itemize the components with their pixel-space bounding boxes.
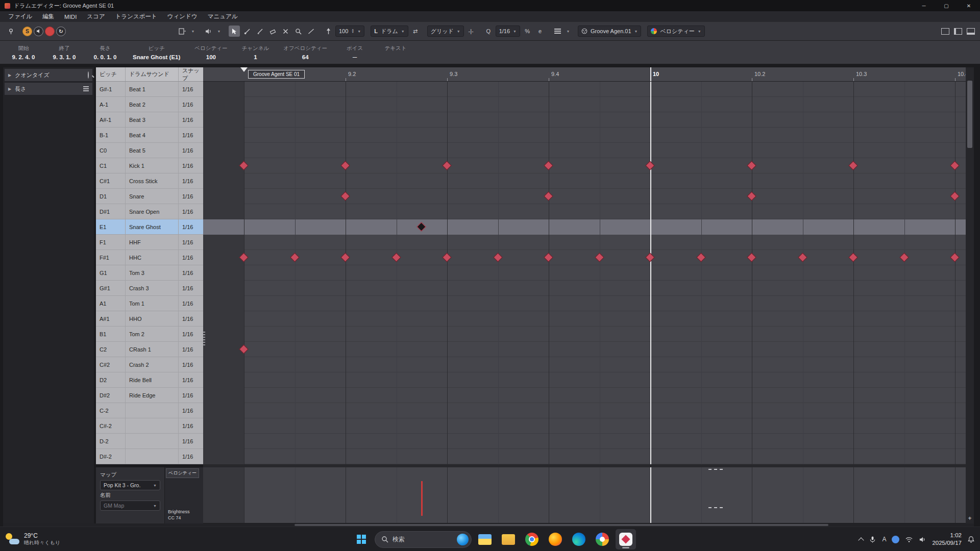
- midi-note-F#1[interactable]: [696, 253, 705, 262]
- menu-item-ウィンドウ[interactable]: ウィンドウ: [162, 12, 203, 21]
- info-field-長さ[interactable]: 長さ0. 0. 1. 0: [85, 41, 126, 64]
- drum-list-row-C#2[interactable]: C#2Crash 21/16: [96, 357, 203, 372]
- output-dropdown[interactable]: Groove Agen.01 ▼: [578, 26, 641, 37]
- menu-item-MIDI[interactable]: MIDI: [59, 13, 82, 21]
- zoom-in-button[interactable]: +: [966, 514, 974, 522]
- firefox-taskbar-button[interactable]: [545, 529, 566, 549]
- volume-icon[interactable]: [919, 536, 926, 543]
- part-list-dropdown[interactable]: ▼: [565, 26, 572, 37]
- midi-note-F#1[interactable]: [442, 253, 451, 262]
- horizontal-scrollbar-thumb[interactable]: [295, 524, 828, 526]
- midi-note-F#1[interactable]: [340, 253, 350, 262]
- drum-list-row-D1[interactable]: D1Snare1/16: [96, 189, 203, 204]
- insert-velocity-dropdown[interactable]: 100 ▲▼ ▼: [335, 26, 364, 37]
- info-field-value[interactable]: 1: [254, 54, 257, 60]
- menu-item-スコア[interactable]: スコア: [82, 12, 110, 21]
- info-field-チャンネル[interactable]: チャンネル1: [235, 41, 277, 64]
- zoom-tool[interactable]: [292, 26, 304, 37]
- mute-tool[interactable]: [280, 26, 291, 37]
- velocity-lane-label[interactable]: ベロシティー: [166, 468, 199, 478]
- ime-indicator[interactable]: A: [882, 536, 886, 543]
- pin-icon[interactable]: [5, 26, 16, 37]
- midi-note-F#1[interactable]: [950, 253, 959, 262]
- cubase-taskbar-button[interactable]: [616, 529, 636, 549]
- quantize-strength-button[interactable]: %: [522, 26, 533, 37]
- drum-list-row-A#-1[interactable]: A#-1Beat 31/16: [96, 112, 203, 128]
- info-field-終了[interactable]: 終了9. 3. 1. 0: [44, 41, 85, 64]
- close-button[interactable]: ✕: [958, 0, 980, 11]
- midi-note-C1[interactable]: [950, 161, 959, 170]
- drum-list-row-A-1[interactable]: A-1Beat 21/16: [96, 97, 203, 112]
- grid-type-dropdown[interactable]: グリッド ▼: [427, 26, 464, 37]
- inspector-section-クオンタイズ[interactable]: ▶クオンタイズ: [5, 69, 92, 81]
- info-field-value[interactable]: 0. 0. 1. 0: [94, 54, 117, 60]
- info-field-value[interactable]: 9. 2. 4. 0: [12, 54, 35, 60]
- autoscroll-icon[interactable]: [177, 26, 188, 37]
- midi-note-D1[interactable]: [544, 191, 553, 201]
- midi-note-F#1[interactable]: [391, 253, 401, 262]
- midi-note-D1[interactable]: [747, 191, 756, 201]
- drumstick-tool[interactable]: [241, 26, 253, 37]
- drum-list-row-B-1[interactable]: B-1Beat 41/16: [96, 128, 203, 143]
- drum-list-row-C#-2[interactable]: C#-21/16: [96, 418, 203, 434]
- info-field-value[interactable]: Snare Ghost (E1): [133, 54, 180, 60]
- drum-list-row-C1[interactable]: C1Kick 11/16: [96, 158, 203, 173]
- drum-list-row-C2[interactable]: C2CRash 11/16: [96, 342, 203, 357]
- inspector-section-長さ[interactable]: ▶長さ: [5, 83, 92, 95]
- drum-list-row-G#-1[interactable]: G#-1Beat 11/16: [96, 82, 203, 97]
- menu-item-マニュアル[interactable]: マニュアル: [203, 12, 243, 21]
- info-field-value[interactable]: 9. 3. 1. 0: [53, 54, 76, 60]
- drum-list-row-E1[interactable]: E1Snare Ghost1/16: [96, 219, 203, 235]
- note-length-dropdown[interactable]: L ドラム ▼: [371, 26, 408, 37]
- loop-button[interactable]: ↻: [56, 27, 66, 36]
- tray-chevron-up-icon[interactable]: [859, 537, 864, 543]
- drum-list-row-D#-2[interactable]: D#-21/16: [96, 449, 203, 464]
- menu-item-ファイル[interactable]: ファイル: [3, 12, 37, 21]
- acoustic-feedback-button[interactable]: [34, 27, 43, 36]
- info-field-開始[interactable]: 開始9. 2. 4. 0: [3, 41, 44, 64]
- midi-input-icon[interactable]: ⇄: [410, 26, 421, 37]
- midi-note-F#1[interactable]: [493, 253, 502, 262]
- window-layout-icon[interactable]: [967, 28, 975, 35]
- midi-note-C1[interactable]: [442, 161, 451, 170]
- drum-list-row-C#1[interactable]: C#1Cross Stick1/16: [96, 173, 203, 189]
- info-field-value[interactable]: [395, 54, 396, 60]
- velocity-bar[interactable]: [421, 481, 423, 516]
- drum-list-row-F1[interactable]: F1HHF1/16: [96, 235, 203, 250]
- record-button[interactable]: [45, 27, 55, 36]
- feedback-dropdown[interactable]: ▼: [215, 26, 223, 37]
- maximize-button[interactable]: ▢: [935, 0, 958, 11]
- midi-note-F#1[interactable]: [290, 253, 299, 262]
- midi-note-F#1[interactable]: [848, 253, 857, 262]
- midi-note-D1[interactable]: [950, 191, 959, 201]
- drum-map-dropdown[interactable]: Pop Kit 3 - Gro. ▼: [100, 480, 160, 490]
- velocity-spinner[interactable]: ▲▼: [351, 29, 354, 34]
- divider-grip[interactable]: [203, 332, 205, 346]
- color-scheme-dropdown[interactable]: ベロシティー ▼: [647, 26, 704, 37]
- drum-list-row-C0[interactable]: C0Beat 51/16: [96, 143, 203, 158]
- drum-list-row-D2[interactable]: D2Ride Bell1/16: [96, 372, 203, 388]
- taskbar-clock[interactable]: 1:02 2025/09/17: [932, 532, 962, 547]
- midi-note-F#1[interactable]: [899, 253, 909, 262]
- chrome-taskbar-button[interactable]: [522, 529, 542, 549]
- drum-list-row-G#1[interactable]: G#1Crash 31/16: [96, 281, 203, 296]
- drum-list-row-D#1[interactable]: D#1Snare Open1/16: [96, 204, 203, 219]
- open-in-window-icon[interactable]: [941, 28, 949, 35]
- midi-note-C1[interactable]: [544, 161, 553, 170]
- select-tool[interactable]: [229, 26, 240, 37]
- edge-taskbar-button[interactable]: [569, 529, 589, 549]
- file-explorer-taskbar-button[interactable]: [475, 529, 495, 549]
- browser-taskbar-button[interactable]: [592, 529, 612, 549]
- info-field-ベロシティー[interactable]: ベロシティー100: [187, 41, 234, 64]
- midi-note-C1[interactable]: [747, 161, 756, 170]
- notification-bell-icon[interactable]: [967, 536, 975, 543]
- drum-list-row-A1[interactable]: A1Tom 11/16: [96, 296, 203, 311]
- midi-note-F#1[interactable]: [544, 253, 553, 262]
- quantize-panel-button[interactable]: e: [534, 26, 546, 37]
- info-field-ピッチ[interactable]: ピッチSnare Ghost (E1): [126, 41, 187, 64]
- left-zone-toggle-icon[interactable]: [954, 28, 962, 35]
- midi-note-C1[interactable]: [848, 161, 857, 170]
- speaker-icon[interactable]: [203, 26, 214, 37]
- minimize-button[interactable]: ─: [913, 0, 935, 11]
- autoscroll-dropdown[interactable]: ▼: [189, 26, 197, 37]
